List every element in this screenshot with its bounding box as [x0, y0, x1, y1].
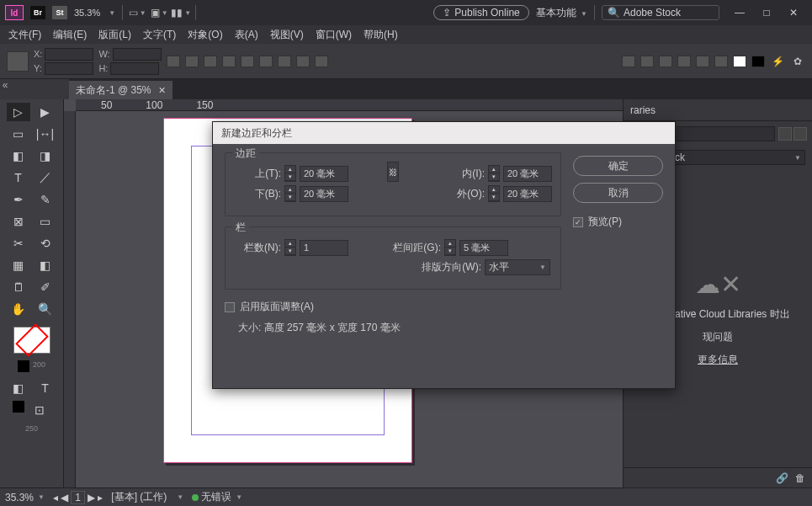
minimize-button[interactable]: —: [726, 3, 753, 23]
hand-tool[interactable]: ✋: [7, 300, 30, 318]
page-nav[interactable]: ◂ ◀ 1 ▶ ▸: [53, 491, 103, 504]
view-mode-icon[interactable]: ▭▼: [130, 6, 145, 19]
menu-object[interactable]: 对象(O): [183, 26, 227, 44]
ctrl-icon[interactable]: [640, 56, 654, 67]
y-input[interactable]: [45, 62, 93, 75]
preview-checkbox[interactable]: ✓: [573, 217, 583, 227]
spinner[interactable]: ▴▾: [488, 165, 500, 182]
bottom-margin-input[interactable]: 20 毫米: [300, 186, 348, 202]
page-tool[interactable]: ▭: [7, 125, 30, 143]
ctrl-icon[interactable]: [296, 56, 310, 67]
ctrl-icon[interactable]: [241, 56, 254, 67]
gutter-input[interactable]: 5 毫米: [459, 240, 508, 256]
menu-layout[interactable]: 版面(L): [93, 26, 136, 44]
menu-window[interactable]: 窗口(W): [310, 26, 357, 44]
zoom-tool[interactable]: 🔍: [34, 300, 57, 318]
layout-adjust-checkbox[interactable]: [225, 302, 235, 312]
content-tool[interactable]: ◧: [7, 146, 30, 165]
menu-type[interactable]: 文字(T): [138, 26, 181, 44]
note-tool[interactable]: 🗒: [7, 278, 30, 296]
selection-tool[interactable]: ▷: [7, 103, 30, 121]
ok-button[interactable]: 确定: [573, 156, 663, 176]
gap-tool[interactable]: |↔|: [34, 125, 57, 143]
gradient-feather-tool[interactable]: ◧: [34, 256, 57, 274]
eyedropper-tool[interactable]: ✐: [34, 278, 57, 296]
scissors-tool[interactable]: ✂: [7, 234, 30, 253]
link-icon[interactable]: 🔗: [776, 472, 788, 484]
preflight-status[interactable]: 无错误: [201, 490, 231, 504]
gear-icon[interactable]: ✿: [790, 55, 805, 68]
spinner[interactable]: ▴▾: [488, 185, 500, 202]
ctrl-icon[interactable]: [259, 56, 273, 67]
grid-view-icon[interactable]: [778, 127, 792, 141]
close-tab-icon[interactable]: ✕: [158, 85, 166, 96]
ctrl-icon[interactable]: [278, 56, 291, 67]
arrange-icon[interactable]: ▮▮▼: [173, 6, 188, 19]
ctrl-icon[interactable]: [185, 56, 199, 67]
workspace-selector[interactable]: 基本功能 ▼: [536, 6, 587, 20]
ctrl-icon[interactable]: [167, 56, 180, 67]
ctrl-icon[interactable]: [714, 56, 728, 67]
ctrl-icon[interactable]: [733, 56, 746, 67]
top-margin-input[interactable]: 20 毫米: [300, 166, 348, 182]
swatch-black[interactable]: [18, 360, 29, 372]
status-zoom[interactable]: 35.3%: [5, 492, 34, 503]
more-info-link[interactable]: 更多信息: [698, 353, 738, 367]
gradient-tool[interactable]: ▦: [7, 256, 30, 274]
rect-frame-tool[interactable]: ⊠: [7, 212, 30, 231]
pen-tool[interactable]: ✒: [7, 190, 30, 209]
menu-view[interactable]: 视图(V): [265, 26, 309, 44]
bridge-badge[interactable]: Br: [30, 6, 45, 19]
type-tool[interactable]: T: [7, 168, 30, 187]
ref-point-icon[interactable]: [7, 51, 29, 72]
spinner[interactable]: ▴▾: [284, 185, 296, 202]
content-tool2[interactable]: ◨: [34, 146, 57, 165]
ctrl-icon[interactable]: [751, 56, 765, 67]
panel-tab[interactable]: raries: [624, 99, 812, 121]
ctrl-icon[interactable]: [204, 56, 217, 67]
zoom-level[interactable]: 35.3%: [74, 8, 100, 18]
swap-fs[interactable]: ⊡: [28, 401, 51, 419]
link-margins-icon[interactable]: ⛓: [387, 162, 399, 182]
pencil-tool[interactable]: ✎: [34, 190, 57, 209]
line-tool[interactable]: ／: [34, 168, 57, 187]
stock-badge[interactable]: St: [52, 6, 67, 19]
flash-icon[interactable]: ⚡: [770, 55, 785, 68]
chevron-down-icon[interactable]: ▼: [109, 9, 115, 17]
direct-select-tool[interactable]: ▶: [34, 103, 57, 121]
direction-select[interactable]: 水平▼: [485, 259, 550, 275]
spinner[interactable]: ▴▾: [444, 239, 456, 256]
list-view-icon[interactable]: [793, 127, 807, 141]
publish-button[interactable]: ⇪ Publish Online: [433, 5, 528, 20]
stock-search[interactable]: 🔍 Adobe Stock: [602, 5, 719, 20]
transform-tool[interactable]: ⟲: [34, 234, 57, 253]
ctrl-icon[interactable]: [659, 56, 672, 67]
ctrl-icon[interactable]: [222, 56, 236, 67]
format-container[interactable]: ◧: [7, 379, 30, 397]
menu-file[interactable]: 文件(F): [3, 26, 46, 44]
w-input[interactable]: [113, 48, 162, 61]
menu-edit[interactable]: 编辑(E): [48, 26, 92, 44]
screen-mode-icon[interactable]: ▣▼: [151, 6, 167, 19]
fill-stroke-swatch[interactable]: [13, 327, 50, 354]
master-page[interactable]: [基本] (工作): [111, 490, 167, 504]
h-input[interactable]: [110, 62, 159, 75]
ctrl-icon[interactable]: [696, 56, 709, 67]
x-input[interactable]: [45, 48, 93, 61]
inside-margin-input[interactable]: 20 毫米: [503, 166, 552, 182]
ctrl-icon[interactable]: [677, 56, 691, 67]
rect-tool[interactable]: ▭: [34, 212, 57, 231]
outside-margin-input[interactable]: 20 毫米: [503, 186, 552, 202]
ctrl-icon[interactable]: [622, 56, 635, 67]
ctrl-icon[interactable]: [315, 56, 328, 67]
close-button[interactable]: ✕: [780, 3, 807, 23]
document-tab[interactable]: 未命名-1 @ 35% ✕: [69, 81, 172, 99]
trash-icon[interactable]: 🗑: [795, 472, 805, 484]
columns-input[interactable]: 1: [300, 240, 348, 256]
maximize-button[interactable]: □: [753, 3, 780, 23]
spinner[interactable]: ▴▾: [284, 165, 296, 182]
format-text[interactable]: T: [34, 379, 57, 397]
default-fs[interactable]: [13, 401, 24, 413]
spinner[interactable]: ▴▾: [284, 239, 296, 256]
cancel-button[interactable]: 取消: [573, 183, 663, 203]
